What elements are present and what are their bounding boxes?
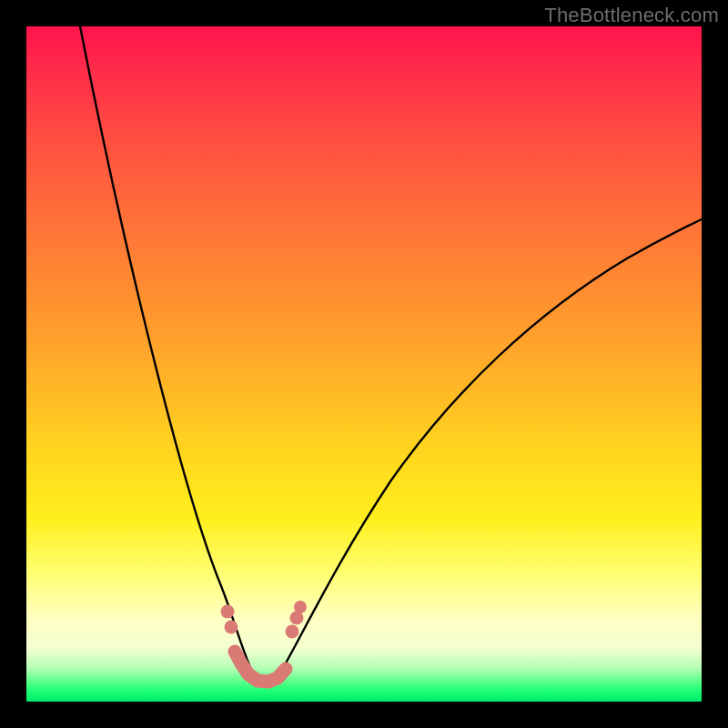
bottleneck-curve [80, 26, 702, 682]
chart-frame: TheBottleneck.com [0, 0, 728, 728]
marker-dot [286, 625, 299, 639]
marker-dot [225, 621, 238, 634]
marker-dot [221, 605, 235, 619]
marker-dot [294, 601, 307, 613]
plot-area [26, 26, 702, 702]
watermark-text: TheBottleneck.com [544, 4, 719, 27]
curve-layer [26, 26, 702, 702]
marker-cluster [235, 652, 286, 682]
